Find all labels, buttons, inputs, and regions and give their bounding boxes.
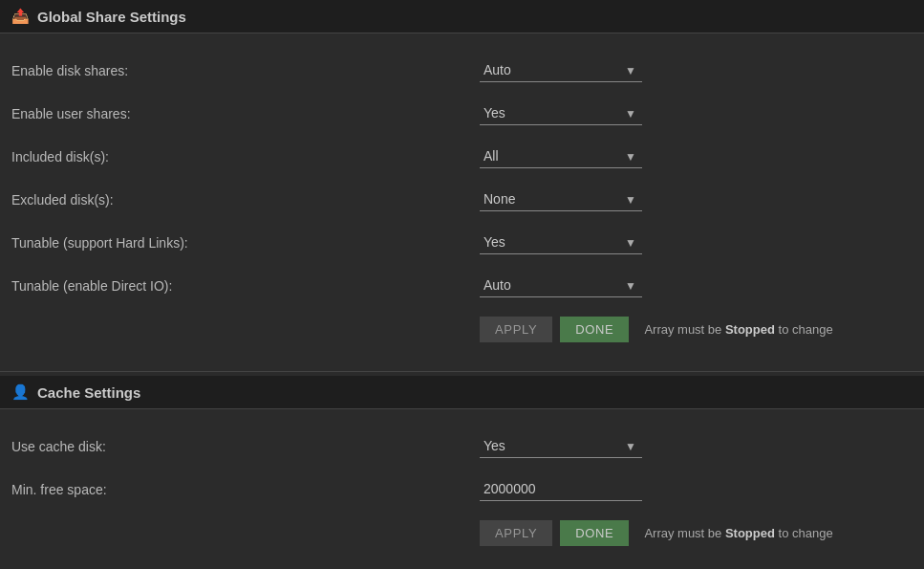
control-excluded-disks: None All ▼ bbox=[480, 187, 642, 211]
form-row-enable-user-shares: Enable user shares: Yes No Auto ▼ bbox=[0, 92, 924, 135]
global-share-header: 📤 Global Share Settings bbox=[0, 0, 924, 33]
global-share-body: Enable disk shares: Auto Yes No ▼ Enable… bbox=[0, 33, 924, 367]
global-share-section: 📤 Global Share Settings Enable disk shar… bbox=[0, 0, 924, 367]
control-enable-user-shares: Yes No Auto ▼ bbox=[480, 101, 642, 125]
label-enable-user-shares: Enable user shares: bbox=[11, 106, 480, 121]
global-share-status-text: Array must be Stopped to change bbox=[644, 322, 832, 337]
label-enable-disk-shares: Enable disk shares: bbox=[11, 63, 480, 78]
select-enable-user-shares[interactable]: Yes No Auto bbox=[480, 101, 642, 125]
cache-settings-section: 👤 Cache Settings Use cache disk: Yes No … bbox=[0, 376, 924, 569]
label-included-disks: Included disk(s): bbox=[11, 149, 480, 164]
cache-settings-title: Cache Settings bbox=[37, 384, 140, 401]
cache-settings-done-button[interactable]: DONE bbox=[560, 520, 629, 546]
cache-settings-apply-button[interactable]: APPLY bbox=[480, 520, 552, 546]
label-min-free-space: Min. free space: bbox=[11, 482, 480, 497]
control-min-free-space bbox=[480, 477, 642, 501]
select-tunable-direct-io[interactable]: Auto Yes No bbox=[480, 274, 642, 297]
control-tunable-hard-links: Yes No Auto ▼ bbox=[480, 230, 642, 254]
cache-settings-button-row: APPLY DONE Array must be Stopped to chan… bbox=[468, 511, 924, 556]
select-tunable-hard-links[interactable]: Yes No Auto bbox=[480, 230, 642, 254]
form-row-tunable-hard-links: Tunable (support Hard Links): Yes No Aut… bbox=[0, 221, 924, 264]
control-tunable-direct-io: Auto Yes No ▼ bbox=[480, 274, 642, 297]
share-icon: 📤 bbox=[11, 8, 30, 25]
cache-settings-header: 👤 Cache Settings bbox=[0, 376, 924, 409]
control-enable-disk-shares: Auto Yes No ▼ bbox=[480, 58, 642, 82]
global-share-button-row: APPLY DONE Array must be Stopped to chan… bbox=[468, 307, 924, 352]
label-use-cache-disk: Use cache disk: bbox=[11, 439, 480, 454]
form-row-min-free-space: Min. free space: bbox=[0, 468, 924, 511]
control-use-cache-disk: Yes No Auto ▼ bbox=[480, 434, 642, 458]
form-row-use-cache-disk: Use cache disk: Yes No Auto ▼ bbox=[0, 425, 924, 468]
control-included-disks: All None ▼ bbox=[480, 144, 642, 168]
form-row-tunable-direct-io: Tunable (enable Direct IO): Auto Yes No … bbox=[0, 264, 924, 307]
cache-settings-body: Use cache disk: Yes No Auto ▼ Min. free … bbox=[0, 409, 924, 569]
select-use-cache-disk[interactable]: Yes No Auto bbox=[480, 434, 642, 458]
input-min-free-space[interactable] bbox=[480, 477, 642, 501]
global-share-done-button[interactable]: DONE bbox=[560, 317, 629, 342]
label-tunable-hard-links: Tunable (support Hard Links): bbox=[11, 235, 480, 251]
select-excluded-disks[interactable]: None All bbox=[480, 187, 642, 211]
form-row-enable-disk-shares: Enable disk shares: Auto Yes No ▼ bbox=[0, 49, 924, 92]
select-included-disks[interactable]: All None bbox=[480, 144, 642, 168]
select-enable-disk-shares[interactable]: Auto Yes No bbox=[480, 58, 642, 82]
section-divider bbox=[0, 371, 924, 372]
label-excluded-disks: Excluded disk(s): bbox=[11, 192, 480, 208]
cache-icon: 👤 bbox=[11, 383, 30, 401]
global-share-apply-button[interactable]: APPLY bbox=[480, 317, 552, 342]
global-share-title: Global Share Settings bbox=[37, 9, 186, 25]
form-row-excluded-disks: Excluded disk(s): None All ▼ bbox=[0, 178, 924, 221]
cache-settings-status-text: Array must be Stopped to change bbox=[644, 526, 832, 540]
form-row-included-disks: Included disk(s): All None ▼ bbox=[0, 135, 924, 178]
label-tunable-direct-io: Tunable (enable Direct IO): bbox=[11, 278, 480, 294]
